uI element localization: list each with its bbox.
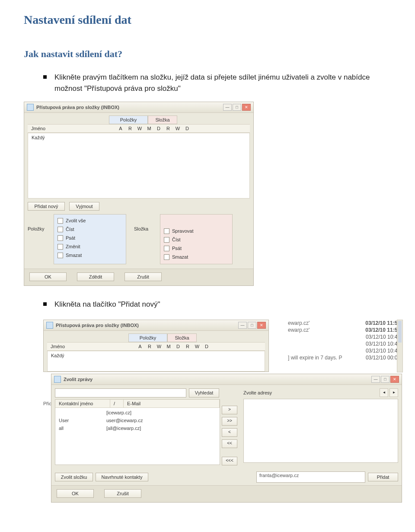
table-group-header: Položky Složka [28,115,250,124]
perm-smazat: Smazat [66,253,82,258]
group-slozka: Složka [148,115,177,124]
col-a: A [135,343,145,350]
selected-addresses-box[interactable] [243,399,398,463]
mail-date: 03/12/10 10:44 [366,334,400,340]
remove-button[interactable]: Vyjmout [69,202,99,211]
col-w2: W [192,343,202,350]
col-d2: D [202,343,211,350]
move-all-left-button[interactable]: << [222,439,237,448]
mail-date: 03/12/10 10:44 [366,348,400,354]
next-button[interactable]: ▸ [389,388,398,397]
list-item[interactable]: [icewarp.cz] [55,409,220,417]
move-all-right-button[interactable]: >> [222,417,237,426]
list-item[interactable]: Useruser@icewarp.cz [55,417,220,424]
checkbox[interactable] [57,253,63,258]
maximize-button[interactable]: □ [248,322,256,329]
col-jmeno: Jméno [28,125,116,132]
perm-cist2: Číst [172,237,181,242]
window-icon [54,376,61,383]
users-table[interactable]: Každý [28,133,250,199]
cancel-button[interactable]: Zrušit [124,272,162,281]
perm-box-slozka: Spravovat Číst Psát Smazat [160,214,233,264]
window-icon [27,104,34,111]
background-mail-list: ewarp.cz'03/12/10 11:57 ewarp.cz'03/12/1… [286,320,402,361]
contacts-list[interactable]: Kontaktní jméno / E-Mail [icewarp.cz] Us… [55,399,220,465]
suggested-contacts-button[interactable]: Navrhnuté kontakty [96,473,148,481]
mail-date: 03/12/10 11:57 [365,327,400,333]
dialog-select-messages: Zvolit zprávy — □ ✕ Vyhledat Kontaktní j… [51,374,402,503]
permissions-grid: Položky Zvolit vše Číst Psát Změnit Smaz… [28,214,250,264]
perm-cist: Číst [66,227,74,232]
choose-folder-button[interactable]: Zvolit složku [55,473,93,481]
add-button[interactable]: Přidat [368,473,398,481]
ok-button[interactable]: OK [29,272,67,281]
perm-label-polozky: Položky [28,226,54,231]
close-button[interactable]: ✕ [242,104,251,111]
minimize-button[interactable]: — [223,104,232,111]
inherit-button[interactable]: Zdědit [77,272,114,281]
mail-date: 03/12/10 00:00 [366,355,400,361]
bullet-text: Klikněte pravým tlačítkem na složku, jej… [54,72,391,94]
page-title: Nastavení sdílení dat [24,13,391,27]
move-triple-left-button[interactable]: <<< [222,457,237,465]
perm-zvolit-vse: Zvolit vše [66,218,86,223]
bullet-text: Klikněta na tlačítko "Přidat nový" [54,299,160,310]
col-w2: W [173,125,182,132]
minimize-button[interactable]: — [371,376,380,383]
scrollbar[interactable] [397,320,403,372]
checkbox[interactable] [57,227,63,232]
maximize-button[interactable]: □ [233,104,241,111]
col-r2: R [163,125,173,132]
mail-date: 03/12/10 10:44 [366,341,400,347]
ok-button[interactable]: OK [57,489,94,498]
col-w: W [154,343,164,350]
col-contact-name: Kontaktní jméno [55,400,110,407]
perm-psat: Psát [66,235,75,240]
window-controls: — □ ✕ [223,104,251,111]
move-left-button[interactable]: < [222,428,237,437]
mail-subject: ewarp.cz' [288,327,310,333]
group-slozka: Složka [167,333,197,342]
mail-subject: ewarp.cz' [288,320,310,326]
col-jmeno: Jméno [47,343,135,350]
checkbox[interactable] [164,237,169,243]
window-title: Přístupová práva pro složky (INBOX) [36,105,223,110]
maximize-button[interactable]: □ [381,376,389,383]
selected-addresses-label: Zvolte adresy [243,390,272,395]
cancel-button[interactable]: Zrušit [104,489,141,498]
checkbox[interactable] [164,254,169,260]
col-w: W [135,125,144,132]
checkbox[interactable] [57,235,63,241]
col-d: D [173,343,183,350]
close-button[interactable]: ✕ [257,322,266,329]
mail-date: 03/12/10 11:57 [365,320,400,326]
checkbox[interactable] [57,244,63,250]
perm-zmenit: Změnit [66,244,80,249]
perm-smazat2: Smazat [172,254,188,260]
move-right-button[interactable]: > [222,406,237,414]
col-m: M [144,125,154,132]
checkbox[interactable] [57,218,63,224]
email-input[interactable]: franta@icewarp.cz [256,471,365,483]
col-d: D [154,125,163,132]
close-button[interactable]: ✕ [390,376,399,383]
prev-button[interactable]: ◂ [380,388,388,397]
add-new-button[interactable]: Přidat nový [28,202,65,211]
checkbox[interactable] [164,228,169,234]
col-r: R [145,343,154,350]
search-button[interactable]: Vyhledat [189,388,219,397]
col-d2: D [182,125,192,132]
table-row[interactable]: Každý [48,351,265,360]
list-item[interactable]: all[all@icewarp.cz] [55,424,220,432]
window-icon [46,322,53,329]
group-polozky: Položky [109,115,148,124]
table-row[interactable]: Každý [28,133,249,142]
checkbox[interactable] [164,246,169,251]
perm-psat2: Psát [172,246,182,251]
bullet-square-icon [43,75,47,79]
scrollbar-thumb[interactable] [398,321,402,343]
search-input[interactable] [55,388,186,397]
minimize-button[interactable]: — [238,322,247,329]
dialog-access-rights: Přístupová práva pro složky (INBOX) — □ … [24,102,254,286]
screenshot-compound: ewarp.cz'03/12/10 11:57 ewarp.cz'03/12/1… [43,320,402,499]
